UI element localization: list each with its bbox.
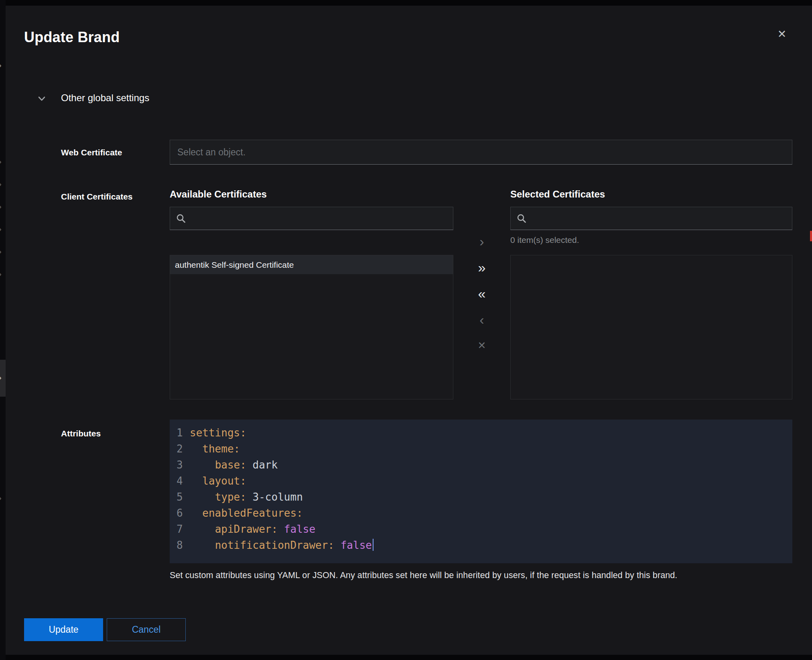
selected-search-input[interactable] — [510, 207, 792, 230]
chevron-right-icon: › — [0, 373, 2, 381]
available-search-input[interactable] — [170, 207, 453, 230]
chevron-right-icon: › — [0, 180, 2, 188]
chevron-right-icon: › — [0, 225, 2, 233]
selected-status: 0 item(s) selected. — [510, 230, 792, 245]
modal-footer: Update Cancel — [24, 618, 186, 641]
chevron-right-icon: › — [0, 157, 2, 165]
close-icon[interactable]: ✕ — [774, 26, 790, 42]
remove-selected-button[interactable]: ‹ — [471, 310, 492, 329]
red-edge-mark — [810, 231, 812, 241]
available-certificates-list: authentik Self-signed Certificate — [170, 255, 453, 399]
page-title: Update Brand — [24, 29, 120, 46]
available-certificates-pane: Available Certificates authentik Self-si… — [170, 189, 453, 399]
web-certificate-field — [170, 140, 792, 165]
client-certificates-label: Client Certificates — [61, 192, 133, 202]
available-gap — [170, 230, 453, 255]
selected-certificates-pane: Selected Certificates 0 item(s) selected… — [510, 189, 792, 399]
attributes-code-gutter: 12345678 — [170, 425, 183, 563]
remove-all-button[interactable]: « — [471, 283, 492, 303]
chevron-right-icon: › — [0, 61, 2, 69]
section-label: Other global settings — [61, 92, 149, 104]
add-selected-button[interactable]: › — [471, 231, 492, 251]
search-icon — [176, 214, 186, 223]
text-cursor — [373, 539, 374, 551]
search-icon — [517, 214, 526, 223]
chevron-right-icon: › — [0, 270, 2, 278]
chevron-right-icon: › — [0, 247, 2, 255]
attributes-code-editor[interactable]: 12345678 settings: theme: base: dark lay… — [170, 420, 792, 563]
dual-list-controls: › » « ‹ ✕ — [453, 189, 510, 399]
update-button[interactable]: Update — [24, 618, 103, 641]
list-item[interactable]: authentik Self-signed Certificate — [170, 255, 453, 274]
update-brand-modal: Update Brand ✕ Other global settings Web… — [6, 6, 812, 655]
clear-selection-button[interactable]: ✕ — [471, 336, 492, 355]
add-all-button[interactable]: » — [471, 257, 492, 277]
sidebar-active-item-edge: › — [0, 360, 6, 397]
selected-certificates-header: Selected Certificates — [510, 189, 792, 200]
sidebar-edge: › › › › › › › › › — [0, 0, 6, 660]
web-certificate-input[interactable] — [170, 140, 792, 165]
chevron-right-icon: › — [0, 494, 2, 502]
cancel-button[interactable]: Cancel — [107, 618, 186, 641]
available-search — [170, 207, 453, 230]
attributes-code-lines: settings: theme: base: dark layout: type… — [190, 425, 374, 563]
selected-certificates-list — [510, 255, 792, 399]
chevron-down-icon — [38, 96, 45, 100]
attributes-field: 12345678 settings: theme: base: dark lay… — [170, 420, 792, 581]
chevron-right-icon: › — [0, 202, 2, 210]
attributes-help-text: Set custom attributes using YAML or JSON… — [170, 570, 792, 581]
section-other-global-settings[interactable]: Other global settings — [38, 92, 149, 104]
available-certificates-header: Available Certificates — [170, 189, 453, 200]
attributes-label: Attributes — [61, 429, 101, 438]
client-certificates-dual-list: Available Certificates authentik Self-si… — [170, 189, 792, 399]
selected-search — [510, 207, 792, 230]
web-certificate-label: Web Certificate — [61, 148, 122, 157]
